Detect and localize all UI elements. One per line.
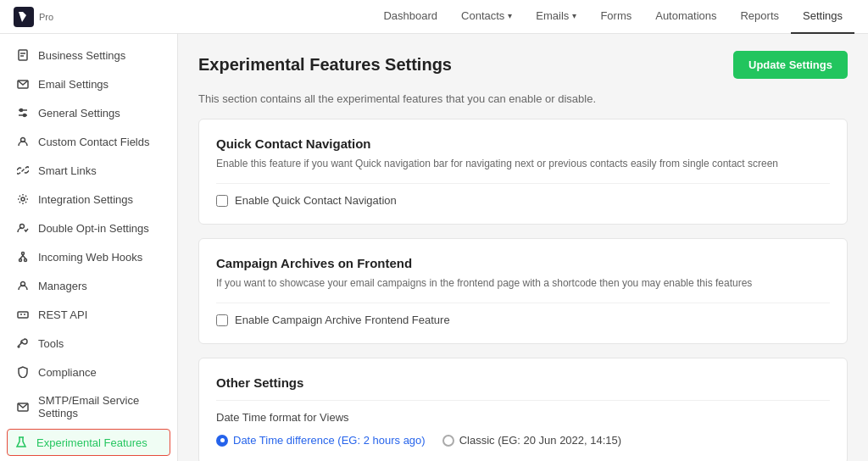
user-icon — [16, 135, 30, 148]
radio-classic[interactable]: Classic (EG: 20 Jun 2022, 14:15) — [442, 434, 622, 447]
sidebar-label: General Settings — [38, 107, 120, 119]
gear-icon — [16, 192, 30, 206]
nav-contacts[interactable]: Contacts▾ — [449, 0, 524, 34]
svg-point-6 — [20, 109, 23, 112]
campaign-checkbox-row[interactable]: Enable Campaign Archive Frontend Feature — [216, 314, 830, 326]
quick-contact-nav-card: Quick Contact Navigation Enable this fea… — [198, 119, 848, 225]
sidebar-label: Compliance — [38, 366, 97, 379]
other-settings-card: Other Settings Date Time format for View… — [198, 358, 848, 461]
sidebar-label: REST API — [38, 308, 87, 321]
radio-dot-selected — [216, 435, 228, 447]
radio-relative-label: Date Time difference (EG: 2 hours ago) — [233, 434, 426, 447]
card-desc-quick-nav: Enable this feature if you want Quick na… — [216, 158, 830, 169]
nav-settings[interactable]: Settings — [791, 0, 854, 34]
sidebar-item-smtp[interactable]: SMTP/Email Service Settings — [0, 386, 177, 427]
quick-nav-checkbox-label: Enable Quick Contact Navigation — [235, 194, 397, 207]
sidebar-item-incoming-web-hooks[interactable]: Incoming Web Hooks — [0, 242, 177, 271]
card-desc-campaign: If you want to showcase your email campa… — [216, 277, 830, 289]
divider — [216, 183, 830, 184]
divider — [216, 303, 830, 303]
sidebar-label: Managers — [38, 280, 87, 292]
shield-icon — [16, 365, 30, 379]
svg-point-7 — [24, 114, 26, 117]
datetime-options: Date Time difference (EG: 2 hours ago) C… — [216, 434, 830, 447]
sidebar-item-experimental-features[interactable]: Experimental Features — [7, 429, 170, 456]
svg-rect-15 — [18, 312, 28, 318]
main-layout: Business Settings Email Settings General… — [0, 34, 868, 461]
webhook-icon — [16, 250, 30, 264]
sidebar-label: Custom Contact Fields — [38, 136, 150, 148]
quick-nav-checkbox[interactable] — [216, 195, 228, 207]
sliders-icon — [16, 106, 30, 119]
campaign-archives-card: Campaign Archives on Frontend If you wan… — [198, 238, 848, 344]
svg-point-11 — [19, 259, 22, 262]
sidebar-item-double-opt-in[interactable]: Double Opt-in Settings — [0, 214, 177, 242]
divider — [216, 400, 830, 401]
mail-icon — [16, 77, 30, 91]
card-title-campaign: Campaign Archives on Frontend — [216, 256, 830, 270]
logo: Pro — [14, 7, 53, 27]
campaign-checkbox[interactable] — [216, 314, 228, 326]
sidebar-label: Incoming Web Hooks — [38, 251, 142, 264]
campaign-checkbox-label: Enable Campaign Archive Frontend Feature — [235, 314, 450, 326]
svg-rect-0 — [19, 50, 27, 60]
page-title: Experimental Features Settings — [198, 55, 452, 75]
svg-point-13 — [22, 253, 25, 255]
radio-dot-empty — [442, 435, 454, 447]
user-check-icon — [16, 221, 30, 235]
nav-reports[interactable]: Reports — [728, 0, 791, 34]
logo-icon — [14, 7, 34, 27]
sidebar-item-smart-links[interactable]: Smart Links — [0, 156, 177, 185]
main-content: Experimental Features Settings Update Se… — [178, 34, 868, 461]
svg-point-12 — [25, 259, 27, 262]
nav-automations[interactable]: Automations — [643, 0, 728, 34]
other-settings-title: Other Settings — [216, 375, 830, 390]
mail-settings-icon — [16, 400, 30, 414]
person-icon — [16, 279, 30, 292]
sidebar-label: Experimental Features — [36, 436, 147, 449]
radio-relative[interactable]: Date Time difference (EG: 2 hours ago) — [216, 434, 426, 447]
sidebar-item-custom-contact-fields[interactable]: Custom Contact Fields — [0, 127, 177, 156]
radio-classic-label: Classic (EG: 20 Jun 2022, 14:15) — [459, 434, 622, 447]
sidebar-label: Business Settings — [38, 49, 125, 62]
sidebar-item-general-settings[interactable]: General Settings — [0, 98, 177, 127]
link-icon — [16, 164, 30, 177]
flask-icon — [14, 436, 28, 449]
file-icon — [16, 48, 30, 62]
sidebar-item-managers[interactable]: Managers — [0, 271, 177, 300]
sidebar-label: Double Opt-in Settings — [38, 222, 149, 235]
sidebar-item-integration-settings[interactable]: Integration Settings — [0, 185, 177, 214]
nav-links: Dashboard Contacts▾ Emails▾ Forms Automa… — [371, 0, 854, 34]
sidebar-label: Integration Settings — [38, 193, 133, 206]
sidebar-label: SMTP/Email Service Settings — [38, 394, 164, 419]
top-nav: Pro Dashboard Contacts▾ Emails▾ Forms Au… — [0, 0, 868, 34]
api-icon — [16, 308, 30, 321]
sidebar-label: Smart Links — [38, 164, 97, 177]
sidebar-label: Tools — [38, 337, 64, 350]
nav-emails[interactable]: Emails▾ — [524, 0, 588, 34]
datetime-label: Date Time format for Views — [216, 411, 830, 424]
sidebar-item-tools[interactable]: Tools — [0, 329, 177, 358]
sidebar-item-email-settings[interactable]: Email Settings — [0, 69, 177, 98]
card-title-quick-nav: Quick Contact Navigation — [216, 136, 830, 151]
section-description: This section contains all the experiment… — [198, 92, 848, 105]
nav-forms[interactable]: Forms — [588, 0, 643, 34]
sidebar-item-rest-api[interactable]: REST API — [0, 300, 177, 329]
quick-nav-checkbox-row[interactable]: Enable Quick Contact Navigation — [216, 194, 830, 207]
nav-dashboard[interactable]: Dashboard — [371, 0, 449, 34]
wrench-icon — [16, 336, 30, 350]
logo-text: Pro — [39, 12, 53, 22]
update-settings-button-top[interactable]: Update Settings — [733, 51, 848, 79]
sidebar-item-license-management[interactable]: License Management — [0, 458, 177, 461]
content-header: Experimental Features Settings Update Se… — [198, 51, 848, 79]
sidebar-item-compliance[interactable]: Compliance — [0, 358, 177, 386]
svg-point-9 — [21, 197, 25, 201]
sidebar: Business Settings Email Settings General… — [0, 34, 178, 461]
sidebar-label: Email Settings — [38, 78, 108, 91]
sidebar-item-business-settings[interactable]: Business Settings — [0, 41, 177, 69]
